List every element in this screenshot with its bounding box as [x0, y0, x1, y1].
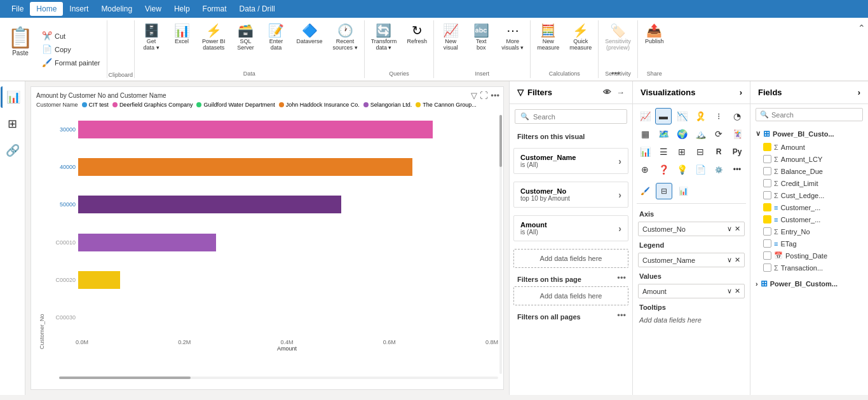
- nav-report-icon[interactable]: 📊: [1, 86, 24, 108]
- more-options-chart-icon[interactable]: •••: [491, 91, 499, 100]
- enter-data-button[interactable]: 📝 Enterdata: [262, 22, 290, 53]
- menu-format[interactable]: Format: [196, 2, 233, 16]
- menu-insert[interactable]: Insert: [63, 2, 95, 16]
- menu-view[interactable]: View: [139, 2, 168, 16]
- sensitivity-button[interactable]: 🏷️ Sensitivity(preview): [601, 22, 635, 53]
- field-item-amount[interactable]: Σ Amount: [750, 141, 868, 153]
- viz-icon-ribbon[interactable]: 🎗️: [692, 108, 709, 124]
- nav-table-icon[interactable]: ⊞: [4, 113, 21, 135]
- field-item-balance-due[interactable]: Σ Balance_Due: [750, 165, 868, 177]
- fields-search-input[interactable]: [771, 111, 858, 119]
- field-check-amount[interactable]: [763, 143, 771, 151]
- field-item-credit-limit[interactable]: Σ Credit_Limit: [750, 177, 868, 189]
- field-check-transaction[interactable]: [763, 263, 771, 272]
- field-check-customer-1[interactable]: [763, 203, 771, 211]
- copy-button[interactable]: 📄 Copy: [39, 43, 103, 55]
- field-item-entry-no[interactable]: Σ Entry_No: [750, 225, 868, 237]
- all-filter-dots[interactable]: •••: [510, 310, 632, 320]
- viz-icon-card[interactable]: 🃏: [729, 126, 745, 142]
- menu-home[interactable]: Home: [30, 2, 63, 16]
- field-check-balance-due[interactable]: [763, 167, 771, 175]
- menu-help[interactable]: Help: [168, 2, 196, 16]
- viz-icon-matrix[interactable]: ⊟: [692, 143, 709, 160]
- field-check-etag[interactable]: [763, 239, 771, 248]
- viz-icon-smart[interactable]: 💡: [674, 161, 690, 178]
- fields-expand-icon[interactable]: ›: [858, 88, 860, 97]
- nav-model-icon[interactable]: 🔗: [2, 140, 24, 161]
- field-item-etag[interactable]: ≡ ETag: [750, 237, 868, 250]
- viz-icon-treemap[interactable]: ▦: [637, 126, 653, 142]
- filter-chart-icon[interactable]: ▽: [471, 91, 477, 100]
- field-table-0-header[interactable]: ∨ ⊞ Power_BI_Custo...: [750, 126, 868, 141]
- viz-icon-decomp[interactable]: ⊕: [637, 161, 653, 178]
- h-scrollbar-thumb[interactable]: [59, 377, 191, 379]
- power-bi-datasets-button[interactable]: ⚡ Power BIdatasets: [198, 22, 229, 53]
- filters-expand-icon[interactable]: →: [616, 88, 625, 97]
- filter-customer-name-dots[interactable]: ›: [618, 156, 621, 166]
- filters-eye-icon[interactable]: 👁: [603, 88, 611, 97]
- viz-icon-slicer[interactable]: ☰: [655, 143, 672, 160]
- viz-axis-field[interactable]: Customer_No ∨ ✕: [638, 222, 745, 236]
- add-visual-filter-button[interactable]: Add data fields here: [513, 249, 628, 268]
- menu-modeling[interactable]: Modeling: [95, 2, 139, 16]
- viz-tooltips-add[interactable]: Add data fields here: [633, 314, 750, 326]
- get-data-button[interactable]: 🗄️ Getdata ▾: [137, 22, 165, 53]
- filter-customer-name-header[interactable]: Customer_Name is (All) ›: [514, 149, 628, 173]
- viz-values-chevron-icon[interactable]: ∨: [727, 287, 732, 295]
- viz-icon-funnel[interactable]: 🏔️: [692, 126, 709, 142]
- field-item-cust-ledge[interactable]: Σ Cust_Ledge...: [750, 189, 868, 201]
- field-item-amount-lcy[interactable]: Σ Amount_LCY: [750, 153, 868, 165]
- add-page-filter-button[interactable]: Add data fields here: [513, 286, 628, 305]
- quick-measure-button[interactable]: ⚡ Quickmeasure: [566, 22, 595, 53]
- viz-icon-gauge[interactable]: ⟳: [710, 126, 727, 142]
- viz-icon-pie[interactable]: ◔: [729, 108, 745, 124]
- v-scrollbar-track[interactable]: [499, 115, 502, 374]
- field-item-posting-date[interactable]: 📅 Posting_Date: [750, 250, 868, 262]
- page-filter-dots[interactable]: •••: [510, 273, 632, 283]
- viz-icon-r[interactable]: R: [710, 143, 727, 160]
- field-check-credit-limit[interactable]: [763, 179, 771, 187]
- menu-data-drill[interactable]: Data / Drill: [233, 2, 281, 16]
- field-check-posting-date[interactable]: [763, 251, 771, 260]
- viz-legend-field[interactable]: Customer_Name ∨ ✕: [638, 253, 745, 267]
- refresh-button[interactable]: ↻ Refresh: [403, 22, 431, 47]
- sql-server-button[interactable]: 🗃️ SQLServer: [232, 22, 260, 53]
- new-measure-button[interactable]: 🧮 Newmeasure: [533, 22, 563, 53]
- filters-search-box[interactable]: 🔍: [515, 109, 627, 124]
- v-scrollbar-thumb[interactable]: [499, 115, 502, 167]
- excel-button[interactable]: 📊 Excel: [168, 22, 196, 47]
- publish-button[interactable]: 📤 Publish: [641, 22, 668, 47]
- viz-values-close-icon[interactable]: ✕: [735, 287, 740, 295]
- recent-sources-button[interactable]: 🕐 Recentsources ▾: [329, 22, 362, 53]
- field-check-amount-lcy[interactable]: [763, 155, 771, 163]
- filter-customer-no-header[interactable]: Customer_No top 10 by Amount ›: [514, 182, 628, 207]
- viz-icon-map[interactable]: 🗺️: [655, 126, 672, 142]
- viz-axis-chevron-icon[interactable]: ∨: [727, 225, 732, 233]
- viz-icon-paginated[interactable]: 📄: [692, 161, 709, 178]
- viz-icon-area[interactable]: 📉: [674, 108, 690, 124]
- viz-expand-icon[interactable]: ›: [740, 88, 742, 97]
- new-visual-button[interactable]: 📈 Newvisual: [437, 22, 465, 53]
- field-check-entry-no[interactable]: [763, 227, 771, 236]
- viz-icon-build[interactable]: ⚙️: [710, 161, 727, 178]
- chart-container[interactable]: ▽ ⛶ ••• Amount by Customer No and Custom…: [31, 86, 504, 390]
- field-item-customer-2[interactable]: ≡ Customer_...: [750, 213, 868, 225]
- h-scrollbar-track[interactable]: [59, 377, 498, 379]
- viz-icon-format[interactable]: 🖌️: [637, 183, 653, 199]
- filter-amount-header[interactable]: Amount is (All) ›: [514, 216, 628, 241]
- viz-icon-kpi[interactable]: 📊: [637, 143, 653, 160]
- field-check-cust-ledge[interactable]: [763, 191, 771, 199]
- cut-button[interactable]: ✂️ Cut: [39, 30, 103, 42]
- collapse-table-0-icon[interactable]: ∨: [756, 130, 761, 138]
- field-item-customer-1[interactable]: ≡ Customer_...: [750, 201, 868, 213]
- viz-icon-bar[interactable]: ▬: [655, 108, 672, 124]
- filters-search-input[interactable]: [533, 113, 621, 121]
- viz-icon-line[interactable]: 📈: [637, 108, 653, 124]
- filter-customer-no-dots[interactable]: ›: [618, 190, 621, 200]
- expand-table-1-icon[interactable]: ›: [756, 280, 758, 288]
- viz-icon-more[interactable]: •••: [729, 161, 745, 178]
- field-table-1-header[interactable]: › ⊞ Power_BI_Custom...: [750, 276, 868, 291]
- viz-icon-fields[interactable]: ⊟: [656, 183, 672, 199]
- viz-icon-table[interactable]: ⊞: [674, 143, 690, 160]
- viz-values-field[interactable]: Amount ∨ ✕: [638, 284, 745, 298]
